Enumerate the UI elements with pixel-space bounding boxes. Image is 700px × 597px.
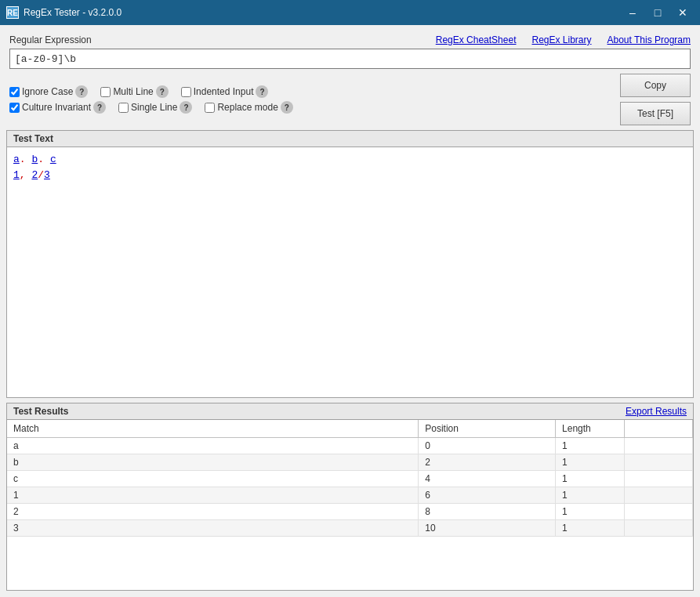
cell-extra-1 xyxy=(624,454,692,471)
cell-match-5: 3 xyxy=(7,520,419,537)
library-link[interactable]: RegEx Library xyxy=(531,34,591,45)
cell-extra-0 xyxy=(624,438,692,454)
cell-extra-5 xyxy=(624,520,692,537)
cell-position-2: 4 xyxy=(419,471,556,487)
export-results-link[interactable]: Export Results xyxy=(626,406,687,417)
regex-label: Regular Expression xyxy=(9,34,92,45)
multi-line-option[interactable]: Multi Line ? xyxy=(100,85,168,98)
replace-mode-checkbox[interactable] xyxy=(205,103,215,113)
results-table: Match Position Length a01b21c41161281310… xyxy=(7,420,693,537)
action-buttons: Copy Test [F5] xyxy=(620,74,691,125)
match-b: b xyxy=(31,152,38,168)
table-row: 3101 xyxy=(7,520,693,537)
col-header-match: Match xyxy=(7,420,419,438)
cell-length-2: 1 xyxy=(556,471,624,487)
cell-match-0: a xyxy=(7,438,419,454)
match-a: a xyxy=(13,152,20,168)
copy-button[interactable]: Copy xyxy=(620,74,691,97)
text-dot2: . xyxy=(38,152,44,168)
cell-position-0: 0 xyxy=(419,438,556,454)
single-line-label: Single Line xyxy=(131,102,177,113)
menu-links: RegEx CheatSheet RegEx Library About Thi… xyxy=(436,34,691,45)
multi-line-checkbox[interactable] xyxy=(100,87,111,97)
indented-input-label: Indented Input xyxy=(194,86,254,97)
title-bar-left: RE RegEx Tester - v3.2.0.0 xyxy=(6,6,122,19)
title-bar-controls: – □ ✕ xyxy=(622,4,694,21)
cell-length-5: 1 xyxy=(556,520,624,537)
cell-position-4: 8 xyxy=(419,504,556,520)
test-text-panel: Test Text a. b. c 1, 2/3 xyxy=(6,130,694,398)
table-row: 161 xyxy=(7,487,693,504)
replace-mode-help[interactable]: ? xyxy=(281,101,293,114)
ignore-case-option[interactable]: Ignore Case ? xyxy=(9,85,88,98)
options-row-1: Ignore Case ? Multi Line ? Indented Inpu… xyxy=(9,85,611,98)
ignore-case-help[interactable]: ? xyxy=(75,85,88,98)
options-rows: Ignore Case ? Multi Line ? Indented Inpu… xyxy=(9,85,611,114)
text-line-1: a. b. c xyxy=(13,152,687,168)
single-line-help[interactable]: ? xyxy=(180,101,192,114)
cell-length-4: 1 xyxy=(556,504,624,520)
cell-length-3: 1 xyxy=(556,487,624,504)
close-button[interactable]: ✕ xyxy=(672,4,694,21)
regex-input[interactable] xyxy=(9,49,691,69)
indented-input-checkbox[interactable] xyxy=(181,87,191,97)
results-title: Test Results xyxy=(13,406,68,417)
text-line-2: 1, 2/3 xyxy=(13,168,687,183)
text-dot1: . xyxy=(20,152,26,168)
col-header-length: Length xyxy=(556,420,624,438)
table-row: c41 xyxy=(7,471,693,487)
results-header: Test Results Export Results xyxy=(7,403,693,420)
culture-invariant-checkbox[interactable] xyxy=(9,103,20,113)
cheatsheet-link[interactable]: RegEx CheatSheet xyxy=(436,34,517,45)
test-text-header: Test Text xyxy=(7,131,693,147)
minimize-button[interactable]: – xyxy=(622,4,644,21)
match-1: 1 xyxy=(13,168,20,183)
match-2: 2 xyxy=(31,168,38,183)
cell-position-3: 6 xyxy=(419,487,556,504)
single-line-option[interactable]: Single Line ? xyxy=(118,101,192,114)
cell-match-3: 1 xyxy=(7,487,419,504)
cell-extra-3 xyxy=(624,487,692,504)
menu-bar: Regular Expression RegEx CheatSheet RegE… xyxy=(9,34,691,45)
options-area: Ignore Case ? Multi Line ? Indented Inpu… xyxy=(9,74,691,125)
culture-invariant-label: Culture Invariant xyxy=(22,102,91,113)
multi-line-help[interactable]: ? xyxy=(156,85,169,98)
indented-input-help[interactable]: ? xyxy=(256,85,268,98)
cell-length-0: 1 xyxy=(556,438,624,454)
cell-match-4: 2 xyxy=(7,504,419,520)
about-link[interactable]: About This Program xyxy=(608,34,691,45)
cell-match-2: c xyxy=(7,471,419,487)
maximize-button[interactable]: □ xyxy=(647,4,669,21)
multi-line-label: Multi Line xyxy=(113,86,153,97)
table-header-row: Match Position Length xyxy=(7,420,693,438)
table-row: a01 xyxy=(7,438,693,454)
replace-mode-option[interactable]: Replace mode ? xyxy=(205,101,292,114)
culture-invariant-help[interactable]: ? xyxy=(93,101,106,114)
cell-position-1: 2 xyxy=(419,454,556,471)
text-comma: , xyxy=(20,168,26,183)
replace-mode-label: Replace mode xyxy=(217,102,277,113)
single-line-checkbox[interactable] xyxy=(118,103,129,113)
match-c: c xyxy=(50,152,56,168)
regex-input-wrapper xyxy=(9,49,691,69)
cell-extra-4 xyxy=(624,504,692,520)
cell-match-1: b xyxy=(7,454,419,471)
test-button[interactable]: Test [F5] xyxy=(620,102,691,125)
match-3: 3 xyxy=(44,168,50,183)
title-bar: RE RegEx Tester - v3.2.0.0 – □ ✕ xyxy=(0,0,700,25)
cell-extra-2 xyxy=(624,471,692,487)
results-section: Test Results Export Results Match Positi… xyxy=(6,403,694,591)
ignore-case-checkbox[interactable] xyxy=(9,87,20,97)
indented-input-option[interactable]: Indented Input ? xyxy=(181,85,269,98)
top-section: Regular Expression RegEx CheatSheet RegE… xyxy=(6,31,694,130)
table-row: b21 xyxy=(7,454,693,471)
col-header-position: Position xyxy=(419,420,556,438)
app-icon: RE xyxy=(6,6,19,19)
main-content: Regular Expression RegEx CheatSheet RegE… xyxy=(0,25,700,597)
options-row-2: Culture Invariant ? Single Line ? Replac… xyxy=(9,101,611,114)
results-table-wrapper[interactable]: Match Position Length a01b21c41161281310… xyxy=(7,420,693,590)
ignore-case-label: Ignore Case xyxy=(22,86,73,97)
table-row: 281 xyxy=(7,504,693,520)
test-text-content[interactable]: a. b. c 1, 2/3 xyxy=(7,147,693,397)
culture-invariant-option[interactable]: Culture Invariant ? xyxy=(9,101,106,114)
